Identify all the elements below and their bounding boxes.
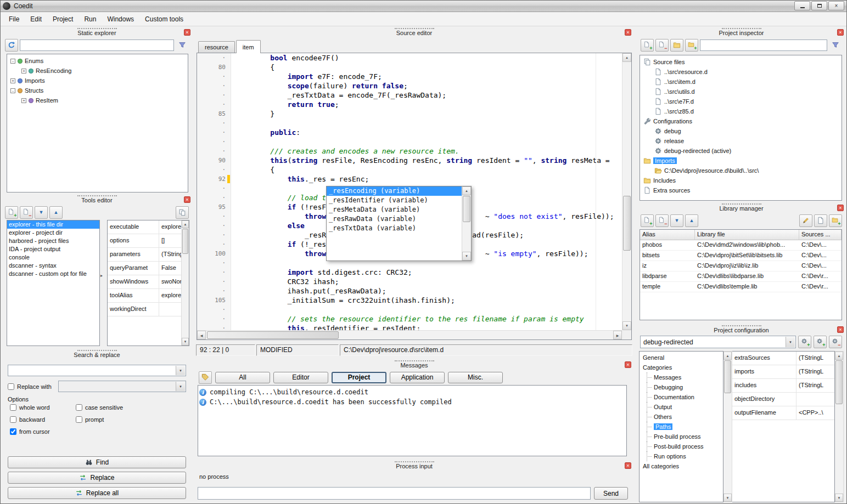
- code-line[interactable]: 80 {: [197, 63, 622, 72]
- replace-all-button[interactable]: Replace all: [8, 487, 186, 499]
- close-panel-button[interactable]: ×: [837, 29, 844, 36]
- library-row[interactable]: libdparseC:\Dev\dlibs\libdparse.libC:\De…: [640, 271, 842, 282]
- scroll-down-arrow[interactable]: ▼: [622, 321, 631, 330]
- code-line[interactable]: ·: [197, 305, 622, 314]
- code-line[interactable]: 90 this(string resFile, ResEncoding resE…: [197, 156, 622, 165]
- open-folder-button[interactable]: [670, 39, 683, 52]
- tree-node-source-file[interactable]: ..\src\item.d: [640, 77, 842, 87]
- code-line[interactable]: · // sets the resource identifier to the…: [197, 314, 622, 324]
- completion-item[interactable]: _resMetaData (variable): [327, 205, 462, 214]
- scroll-down-arrow[interactable]: ▼: [462, 252, 471, 261]
- config-category-row[interactable]: Others: [640, 412, 723, 422]
- property-value[interactable]: [159, 303, 181, 316]
- tree-node-configuration[interactable]: release: [640, 136, 842, 146]
- tree-node-configurations[interactable]: Configurations: [640, 116, 842, 126]
- find-button[interactable]: Find: [8, 456, 186, 468]
- property-row[interactable]: objectDirectory: [732, 393, 834, 406]
- from-cursor-checkbox[interactable]: [10, 428, 16, 435]
- property-row[interactable]: queryParametFalse: [108, 262, 181, 275]
- minimize-button[interactable]: [794, 1, 810, 10]
- config-category-row[interactable]: Categories: [640, 363, 723, 372]
- editor-vertical-scrollbar[interactable]: ▲ ▼: [622, 53, 631, 330]
- whole-word-option[interactable]: whole word: [10, 404, 76, 411]
- code-line[interactable]: · scope(failure) return false;: [197, 81, 622, 90]
- refresh-button[interactable]: [5, 39, 18, 52]
- categories-scrollbar[interactable]: ▲ ▼: [723, 351, 732, 502]
- tab-item[interactable]: item: [236, 40, 261, 53]
- send-button[interactable]: Send: [594, 487, 628, 500]
- menu-windows[interactable]: Windows: [102, 13, 139, 25]
- code-line[interactable]: · public:: [197, 128, 622, 137]
- properties-scrollbar[interactable]: ▲ ▼: [835, 351, 844, 502]
- property-value[interactable]: False: [159, 262, 181, 275]
- close-panel-button[interactable]: ×: [184, 196, 190, 203]
- property-value[interactable]: (TStringL: [796, 365, 834, 378]
- menu-project[interactable]: Project: [47, 13, 78, 25]
- scroll-thumb[interactable]: [623, 196, 631, 251]
- case-sensitive-option[interactable]: case sensitive: [76, 404, 186, 411]
- code-line[interactable]: · bool encodee7F(): [197, 53, 622, 63]
- config-category-row[interactable]: All categories: [640, 461, 723, 471]
- property-value[interactable]: (TStringL: [159, 248, 181, 261]
- menu-edit[interactable]: Edit: [25, 13, 47, 25]
- expand-icon[interactable]: +: [10, 78, 15, 83]
- property-row[interactable]: toolAliasexplorer: [108, 289, 181, 303]
- tree-node-imports[interactable]: Imports: [640, 156, 842, 166]
- menu-custom-tools[interactable]: Custom tools: [139, 13, 189, 25]
- scroll-thumb[interactable]: [182, 229, 188, 254]
- add-configuration-button[interactable]: +: [798, 336, 811, 348]
- tool-list-item[interactable]: explorer - project dir: [7, 229, 99, 237]
- tool-list-item[interactable]: console: [7, 253, 99, 262]
- tool-list-item[interactable]: IDA - project output: [7, 245, 99, 253]
- tree-node-configuration[interactable]: debug-redirected (active): [640, 146, 842, 156]
- tree-node-source-file[interactable]: ..\src\e7F.d: [640, 97, 842, 106]
- prompt-checkbox[interactable]: [76, 416, 82, 423]
- config-category-row[interactable]: Output: [640, 402, 723, 412]
- remove-source-button[interactable]: −: [655, 39, 669, 52]
- tree-node-structs[interactable]: - Structs: [7, 86, 188, 95]
- expand-icon[interactable]: +: [21, 69, 26, 73]
- collapse-icon[interactable]: -: [10, 88, 15, 93]
- code-editor[interactable]: · bool encodee7F()80 {· import e7F: enco…: [197, 53, 632, 340]
- message-item[interactable]: iC:\...\build\resource.d.coedit has been…: [199, 397, 625, 407]
- expand-icon[interactable]: +: [21, 98, 26, 103]
- tree-node-configuration[interactable]: debug: [640, 126, 842, 136]
- maximize-button[interactable]: [811, 1, 827, 10]
- code-line[interactable]: · {: [197, 165, 622, 174]
- config-category-row[interactable]: Messages: [640, 372, 723, 382]
- add-library-button[interactable]: +: [641, 214, 654, 227]
- code-line[interactable]: · import e7F: encode_7F;: [197, 72, 622, 81]
- scroll-up-arrow[interactable]: ▲: [182, 220, 189, 228]
- scroll-down-arrow[interactable]: ▼: [182, 338, 189, 346]
- clear-filter-button[interactable]: [829, 39, 842, 52]
- scroll-thumb[interactable]: [207, 331, 339, 339]
- edit-library-button[interactable]: [799, 214, 812, 227]
- library-file-button[interactable]: [814, 214, 827, 227]
- code-line[interactable]: · import std.digest.crc: CRC32;: [197, 268, 622, 277]
- message-item[interactable]: icompiling C:\...\build\resource.d.coedi…: [199, 387, 625, 397]
- tool-list-item[interactable]: dscanner - custom opt for file: [7, 270, 99, 278]
- config-category-row[interactable]: Pre-build process: [640, 432, 723, 441]
- close-button[interactable]: ×: [828, 1, 844, 10]
- backward-option[interactable]: backward: [10, 416, 76, 423]
- library-row[interactable]: phobosC:\Dev\dmd2\windows\lib\phob...C:\…: [640, 240, 842, 251]
- close-panel-button[interactable]: ×: [625, 361, 631, 368]
- filter-editor-button[interactable]: Editor: [273, 372, 328, 383]
- remove-tool-button[interactable]: −: [20, 206, 33, 219]
- config-category-row[interactable]: General: [640, 353, 723, 363]
- prompt-option[interactable]: prompt: [76, 416, 186, 423]
- config-category-row[interactable]: Post-build process: [640, 441, 723, 451]
- code-line[interactable]: 85 }: [197, 109, 622, 118]
- library-row[interactable]: templeC:\Dev\dlibs\temple.libC:\Dev\r...: [640, 282, 842, 292]
- close-panel-button[interactable]: ×: [625, 462, 631, 469]
- tree-node-imports[interactable]: + Imports: [7, 76, 188, 86]
- property-value[interactable]: []: [159, 234, 181, 247]
- tools-grid-scrollbar[interactable]: ▲ ▼: [181, 220, 189, 346]
- search-term-combo[interactable]: ▼: [8, 365, 186, 376]
- backward-checkbox[interactable]: [10, 416, 16, 423]
- scroll-right-arrow[interactable]: ▶: [613, 331, 622, 339]
- completion-scrollbar[interactable]: ▲ ▼: [462, 186, 471, 261]
- process-input-field[interactable]: [198, 487, 591, 500]
- chevron-down-icon[interactable]: ▼: [176, 382, 185, 391]
- close-panel-button[interactable]: ×: [625, 29, 631, 36]
